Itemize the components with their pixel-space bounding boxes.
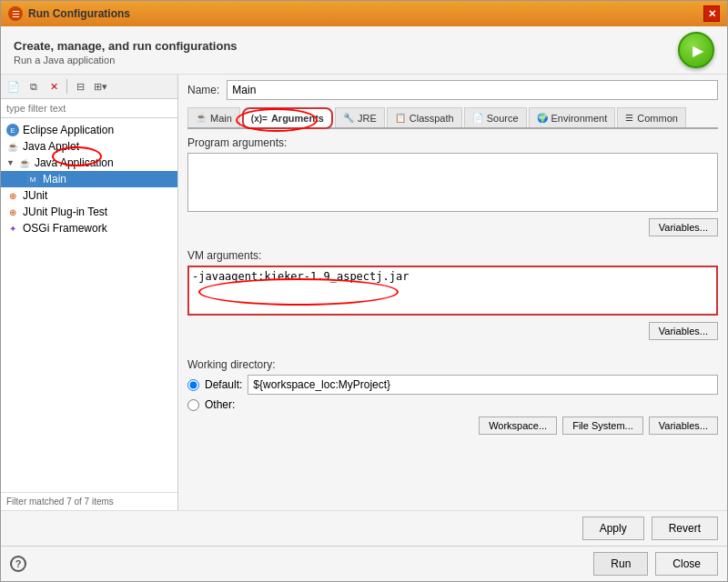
tab-main-label: Main xyxy=(210,113,232,124)
tree-item-label: JUnit xyxy=(23,189,47,202)
java-application-icon: ☕ xyxy=(18,156,31,169)
vm-args-wrapper: -javaagent:kieker-1.9_aspectj.jar xyxy=(187,266,718,318)
env-tab-icon: 🌍 xyxy=(537,113,548,123)
other-label: Other: xyxy=(205,398,235,411)
name-label: Name: xyxy=(187,84,219,96)
tree-item-main[interactable]: M Main xyxy=(1,171,177,187)
tree-item-junit-plugin[interactable]: ⊕ JUnit Plug-in Test xyxy=(1,204,177,220)
filter-input[interactable] xyxy=(1,99,177,118)
vm-args-label: VM arguments: xyxy=(187,249,718,262)
program-args-textarea[interactable] xyxy=(187,153,718,212)
jre-tab-icon: 🔧 xyxy=(343,113,354,123)
close-button[interactable]: ✕ xyxy=(703,5,720,22)
program-args-wrapper xyxy=(187,153,718,215)
filter-button[interactable]: ⊞▾ xyxy=(91,77,109,95)
duplicate-button[interactable]: ⧉ xyxy=(25,77,43,95)
file-system-button[interactable]: File System... xyxy=(562,416,643,435)
tree-item-label: JUnit Plug-in Test xyxy=(23,206,107,218)
vm-args-section: VM arguments: -javaagent:kieker-1.9_aspe… xyxy=(187,249,718,353)
tab-jre[interactable]: 🔧 JRE xyxy=(335,107,385,127)
other-dir-row: Other: xyxy=(187,398,718,411)
footer-area: ? Run Close xyxy=(1,546,727,581)
apply-button[interactable]: Apply xyxy=(582,517,644,540)
default-dir-row: Default: xyxy=(187,375,718,395)
tabs-bar: ☕ Main (x)= Arguments 🔧 JRE 📋 Classpath … xyxy=(187,107,718,129)
working-dir-label: Working directory: xyxy=(187,358,718,371)
run-button[interactable]: Run xyxy=(593,552,648,576)
header-subtitle: Run a Java application xyxy=(14,55,238,65)
default-label: Default: xyxy=(205,378,242,391)
tree-item-label: OSGi Framework xyxy=(23,222,107,235)
tab-main[interactable]: ☕ Main xyxy=(187,107,240,127)
tree-item-label: Main xyxy=(43,173,66,186)
revert-button[interactable]: Revert xyxy=(652,517,718,540)
default-dir-input[interactable] xyxy=(248,375,718,395)
filter-status: Filter matched 7 of 7 items xyxy=(1,492,177,510)
run-icon-button[interactable] xyxy=(678,32,714,68)
source-tab-icon: 📄 xyxy=(472,113,483,123)
tab-source-label: Source xyxy=(487,113,519,124)
toolbar-separator-1 xyxy=(66,79,67,94)
tab-jre-label: JRE xyxy=(358,113,377,124)
collapse-all-button[interactable]: ⊟ xyxy=(71,77,89,95)
app-icon: ☰ xyxy=(8,6,23,21)
junit-icon: ⊕ xyxy=(6,189,19,202)
title-bar: ☰ Run Configurations ✕ xyxy=(1,1,727,26)
header-section: Create, manage, and run configurations R… xyxy=(1,26,727,75)
tab-classpath[interactable]: 📋 Classpath xyxy=(387,107,462,127)
vm-args-variables-button[interactable]: Variables... xyxy=(649,322,718,340)
tree-item-java-applet[interactable]: ☕ Java Applet xyxy=(1,138,177,155)
tab-common-label: Common xyxy=(637,113,678,124)
window-title: Run Configurations xyxy=(28,7,130,20)
other-radio[interactable] xyxy=(187,399,199,411)
program-args-section: Program arguments: Variables... xyxy=(187,136,718,249)
java-applet-icon: ☕ xyxy=(6,140,19,153)
tree-item-label: Java Applet xyxy=(23,140,79,153)
main-tab-icon: ☕ xyxy=(196,113,207,123)
content-area: 📄 ⧉ ✕ ⊟ ⊞▾ E Eclipse Application ☕ Java … xyxy=(1,75,727,510)
tab-arguments-label: Arguments xyxy=(271,113,324,124)
tree-item-junit[interactable]: ⊕ JUnit xyxy=(1,187,177,204)
tab-arguments[interactable]: (x)= Arguments xyxy=(242,107,333,129)
left-panel: 📄 ⧉ ✕ ⊟ ⊞▾ E Eclipse Application ☕ Java … xyxy=(1,75,178,510)
new-config-button[interactable]: 📄 xyxy=(5,77,23,95)
help-button[interactable]: ? xyxy=(10,556,26,572)
default-radio[interactable] xyxy=(187,379,199,391)
tree-area: E Eclipse Application ☕ Java Applet ▼ ☕ … xyxy=(1,118,177,492)
junit-plugin-icon: ⊕ xyxy=(6,206,19,218)
main-icon: M xyxy=(26,173,39,186)
right-panel: Name: ☕ Main (x)= Arguments 🔧 JRE � xyxy=(178,75,727,510)
program-args-label: Program arguments: xyxy=(187,136,718,149)
tab-environment[interactable]: 🌍 Environment xyxy=(529,107,616,127)
working-dir-section: Working directory: Default: Other: Works… xyxy=(187,358,718,435)
left-toolbar: 📄 ⧉ ✕ ⊟ ⊞▾ xyxy=(1,75,177,99)
common-tab-icon: ☰ xyxy=(625,113,633,123)
classpath-tab-icon: 📋 xyxy=(395,113,406,123)
workspace-button[interactable]: Workspace... xyxy=(479,416,557,435)
program-args-variables-button[interactable]: Variables... xyxy=(649,218,718,236)
dir-buttons: Workspace... File System... Variables... xyxy=(187,416,718,435)
delete-button[interactable]: ✕ xyxy=(45,77,63,95)
header-title: Create, manage, and run configurations xyxy=(14,39,238,53)
tab-environment-label: Environment xyxy=(551,113,608,124)
args-tab-icon: (x)= xyxy=(251,114,268,124)
tree-item-eclipse-application[interactable]: E Eclipse Application xyxy=(1,122,177,138)
eclipse-application-icon: E xyxy=(6,124,19,136)
tab-classpath-label: Classpath xyxy=(410,113,454,124)
tree-item-label: Java Application xyxy=(35,156,114,169)
vm-args-textarea[interactable]: -javaagent:kieker-1.9_aspectj.jar xyxy=(187,266,718,316)
close-dialog-button[interactable]: Close xyxy=(655,552,718,576)
tree-item-label: Eclipse Application xyxy=(23,124,114,136)
tab-common[interactable]: ☰ Common xyxy=(617,107,686,127)
dir-variables-button[interactable]: Variables... xyxy=(649,416,718,435)
name-input[interactable] xyxy=(227,80,718,100)
expand-arrow: ▼ xyxy=(6,158,15,167)
name-row: Name: xyxy=(187,80,718,100)
tab-source[interactable]: 📄 Source xyxy=(464,107,527,127)
osgi-icon: ✦ xyxy=(6,222,19,235)
tree-item-osgi[interactable]: ✦ OSGi Framework xyxy=(1,220,177,236)
tree-item-java-application[interactable]: ▼ ☕ Java Application xyxy=(1,155,177,171)
